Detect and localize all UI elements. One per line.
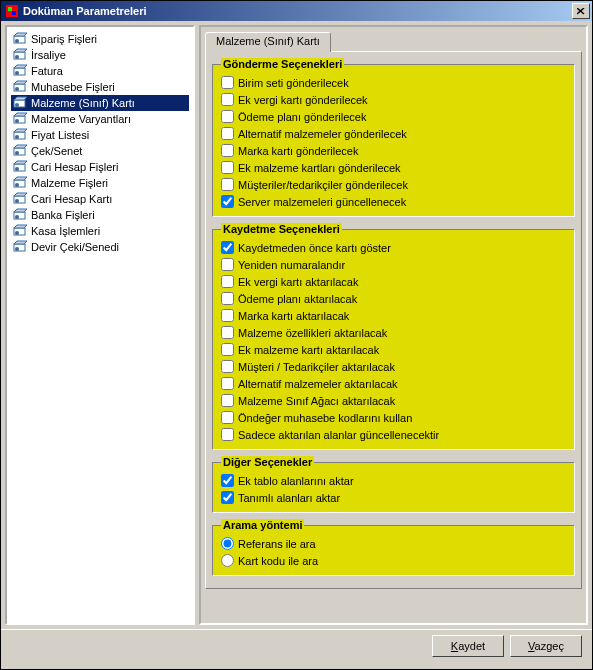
nav-item-8[interactable]: Cari Hesap Fişleri [11,159,189,175]
nav-item-3[interactable]: Muhasebe Fişleri [11,79,189,95]
save-label-2: Ek vergi kartı aktarılacak [238,276,358,288]
send-checkbox-2[interactable] [221,110,234,123]
svg-point-32 [15,247,19,251]
nav-item-11[interactable]: Banka Fişleri [11,207,189,223]
document-icon [13,160,29,174]
group-search: Arama yöntemi Referans ile araKart kodu … [212,519,575,576]
dialog-window: Doküman Parametreleri Sipariş Fişleriİrs… [0,0,593,670]
save-label-4: Marka kartı aktarılacak [238,310,349,322]
nav-item-label: Devir Çeki/Senedi [31,241,119,253]
app-icon [5,4,19,18]
group-other: Diğer Seçenekler Ek tablo alanlarını akt… [212,456,575,513]
close-button[interactable] [572,3,590,19]
save-button[interactable]: Kaydet [432,635,504,657]
nav-item-label: Banka Fişleri [31,209,95,221]
send-label-1: Ek vergi kartı gönderilecek [238,94,368,106]
send-checkbox-5[interactable] [221,161,234,174]
document-icon [13,240,29,254]
search-radio-1[interactable] [221,554,234,567]
save-checkbox-3[interactable] [221,292,234,305]
nav-item-12[interactable]: Kasa İşlemleri [11,223,189,239]
svg-point-20 [15,151,19,155]
nav-item-9[interactable]: Malzeme Fişleri [11,175,189,191]
nav-item-6[interactable]: Fiyat Listesi [11,127,189,143]
nav-item-0[interactable]: Sipariş Fişleri [11,31,189,47]
nav-list: Sipariş FişleriİrsaliyeFaturaMuhasebe Fi… [5,25,195,625]
save-label-9: Malzeme Sınıf Ağacı aktarılacak [238,395,395,407]
nav-item-4[interactable]: Malzeme (Sınıf) Kartı [11,95,189,111]
nav-item-7[interactable]: Çek/Senet [11,143,189,159]
send-row-1[interactable]: Ek vergi kartı gönderilecek [221,91,566,108]
save-row-8[interactable]: Alternatif malzemeler aktarılacak [221,375,566,392]
send-row-2[interactable]: Ödeme planı gönderilecek [221,108,566,125]
send-row-3[interactable]: Alternatif malzemeler gönderilecek [221,125,566,142]
send-row-7[interactable]: Server malzemeleri güncellenecek [221,193,566,210]
save-label-5: Malzeme özellikleri aktarılacak [238,327,387,339]
save-row-1[interactable]: Yeniden numaralandır [221,256,566,273]
save-row-6[interactable]: Ek malzeme kartı aktarılacak [221,341,566,358]
nav-item-2[interactable]: Fatura [11,63,189,79]
save-label-3: Ödeme planı aktarılacak [238,293,357,305]
tab-malzeme[interactable]: Malzeme (Sınıf) Kartı [205,32,331,52]
send-checkbox-6[interactable] [221,178,234,191]
tab-strip: Malzeme (Sınıf) Kartı [205,31,582,51]
send-row-5[interactable]: Ek malzeme kartları gönderilecek [221,159,566,176]
send-row-4[interactable]: Marka kartı gönderilecek [221,142,566,159]
search-radio-0[interactable] [221,537,234,550]
document-icon [13,224,29,238]
nav-item-label: Cari Hesap Kartı [31,193,112,205]
save-row-9[interactable]: Malzeme Sınıf Ağacı aktarılacak [221,392,566,409]
send-label-6: Müşteriler/tedarikçiler gönderilecek [238,179,408,191]
save-checkbox-5[interactable] [221,326,234,339]
document-icon [13,192,29,206]
search-row-1[interactable]: Kart kodu ile ara [221,552,566,569]
nav-item-label: Çek/Senet [31,145,82,157]
save-row-5[interactable]: Malzeme özellikleri aktarılacak [221,324,566,341]
cancel-button[interactable]: Vazgeç [510,635,582,657]
document-icon [13,48,29,62]
nav-item-label: Sipariş Fişleri [31,33,97,45]
save-checkbox-6[interactable] [221,343,234,356]
send-checkbox-3[interactable] [221,127,234,140]
other-row-1[interactable]: Tanımlı alanları aktar [221,489,566,506]
other-checkbox-0[interactable] [221,474,234,487]
nav-item-5[interactable]: Malzeme Varyantları [11,111,189,127]
save-checkbox-4[interactable] [221,309,234,322]
search-label-0: Referans ile ara [238,538,316,550]
nav-item-1[interactable]: İrsaliye [11,47,189,63]
save-row-0[interactable]: Kaydetmeden önce kartı göster [221,239,566,256]
svg-point-6 [15,39,19,43]
group-other-legend: Diğer Seçenekler [221,456,314,468]
document-icon [13,96,29,110]
save-checkbox-0[interactable] [221,241,234,254]
send-checkbox-1[interactable] [221,93,234,106]
save-row-4[interactable]: Marka kartı aktarılacak [221,307,566,324]
save-checkbox-9[interactable] [221,394,234,407]
send-checkbox-0[interactable] [221,76,234,89]
tab-content: Gönderme Seçenekleri Birim seti gönderil… [205,51,582,589]
save-checkbox-7[interactable] [221,360,234,373]
save-row-3[interactable]: Ödeme planı aktarılacak [221,290,566,307]
save-checkbox-1[interactable] [221,258,234,271]
nav-item-10[interactable]: Cari Hesap Kartı [11,191,189,207]
nav-item-13[interactable]: Devir Çeki/Senedi [11,239,189,255]
nav-item-label: Fatura [31,65,63,77]
nav-item-label: Muhasebe Fişleri [31,81,115,93]
svg-point-28 [15,215,19,219]
save-checkbox-10[interactable] [221,411,234,424]
nav-item-label: Kasa İşlemleri [31,225,100,237]
send-checkbox-7[interactable] [221,195,234,208]
save-row-2[interactable]: Ek vergi kartı aktarılacak [221,273,566,290]
send-row-6[interactable]: Müşteriler/tedarikçiler gönderilecek [221,176,566,193]
search-row-0[interactable]: Referans ile ara [221,535,566,552]
save-row-7[interactable]: Müşteri / Tedarikçiler aktarılacak [221,358,566,375]
save-checkbox-2[interactable] [221,275,234,288]
save-row-11[interactable]: Sadece aktarılan alanlar güncellenecekti… [221,426,566,443]
other-row-0[interactable]: Ek tablo alanlarını aktar [221,472,566,489]
save-checkbox-11[interactable] [221,428,234,441]
other-checkbox-1[interactable] [221,491,234,504]
save-checkbox-8[interactable] [221,377,234,390]
save-row-10[interactable]: Öndeğer muhasebe kodlarını kullan [221,409,566,426]
send-checkbox-4[interactable] [221,144,234,157]
send-row-0[interactable]: Birim seti gönderilecek [221,74,566,91]
